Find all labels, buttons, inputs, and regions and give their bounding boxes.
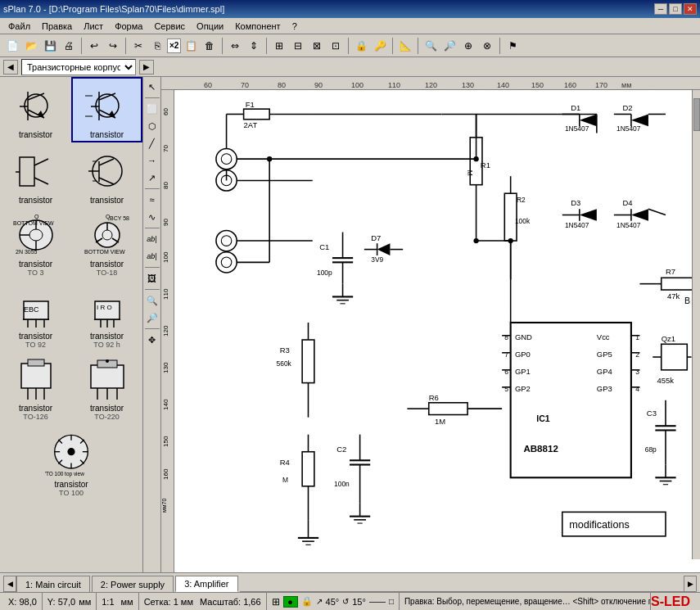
- svg-rect-205: [662, 344, 688, 370]
- align2-button[interactable]: ⊟: [289, 37, 307, 55]
- align3-button[interactable]: ⊠: [308, 37, 326, 55]
- lock2-button[interactable]: 🔑: [371, 37, 389, 55]
- tab-scroll-left[interactable]: ◀: [3, 576, 16, 592]
- vertical-scrollbar[interactable]: [692, 90, 700, 559]
- maximize-button[interactable]: □: [669, 3, 682, 15]
- zoom-in-button[interactable]: 🔍: [422, 37, 440, 55]
- svg-rect-172: [511, 323, 631, 477]
- zoom-out-tool[interactable]: 🔎: [144, 310, 160, 326]
- tab-power-supply[interactable]: 2: Power supply: [92, 576, 174, 592]
- comp-sublabel-to92: TO 92: [25, 341, 46, 349]
- scrollbar-thumb[interactable]: [693, 98, 700, 131]
- svg-text:Qz1: Qz1: [662, 334, 675, 343]
- lock-button[interactable]: 🔒: [352, 37, 370, 55]
- component-category-select[interactable]: Транзисторные корпуса: [21, 59, 136, 75]
- zoom-all-button[interactable]: ⊗: [478, 37, 496, 55]
- undo-button[interactable]: ↩: [85, 37, 103, 55]
- move-tool[interactable]: ✥: [144, 332, 160, 348]
- svg-text:3: 3: [635, 368, 639, 376]
- new-button[interactable]: 📄: [3, 37, 21, 55]
- menu-file[interactable]: Файл: [3, 19, 35, 34]
- select-tool[interactable]: ↖: [144, 79, 160, 95]
- comp-item-to92h[interactable]: I R O transistor TO 92 h: [71, 280, 142, 352]
- line-icon: ——: [369, 597, 386, 606]
- text-tool[interactable]: ab|: [144, 231, 160, 247]
- menu-options[interactable]: Опции: [192, 19, 228, 34]
- image-tool[interactable]: 🖼: [144, 270, 160, 287]
- svg-text:3V9: 3V9: [371, 255, 383, 264]
- copy-button[interactable]: ⎘: [148, 37, 166, 55]
- measure-button[interactable]: 📐: [396, 37, 414, 55]
- menu-help[interactable]: ?: [287, 19, 302, 34]
- print-button[interactable]: 🖨: [60, 37, 78, 55]
- zoom-fit-button[interactable]: ⊕: [459, 37, 477, 55]
- arrow-tool[interactable]: →: [144, 152, 160, 169]
- menu-service[interactable]: Сервис: [149, 19, 190, 34]
- comp-item-to100[interactable]: 'TO 100 top view transistor TO 100: [0, 424, 142, 500]
- menu-form[interactable]: Форма: [110, 19, 147, 34]
- zoom-out-button[interactable]: 🔎: [440, 37, 458, 55]
- toolbar-sep6: [392, 38, 393, 54]
- line-tool[interactable]: ╱: [144, 135, 160, 151]
- align1-button[interactable]: ⊞: [270, 37, 288, 55]
- save-button[interactable]: 💾: [41, 37, 59, 55]
- copy-x2-button[interactable]: ×2: [167, 38, 181, 53]
- rotate-icon: ↺: [342, 597, 349, 606]
- toolbar-sep3: [222, 38, 223, 54]
- svg-text:M: M: [466, 170, 474, 176]
- comp-label-1: transistor: [19, 130, 52, 139]
- close-button[interactable]: ✕: [684, 3, 697, 15]
- svg-text:GND: GND: [515, 332, 532, 341]
- circle-tool[interactable]: ⬡: [144, 118, 160, 134]
- mirror-v-button[interactable]: ⇕: [245, 37, 263, 55]
- menu-edit[interactable]: Правка: [37, 19, 77, 34]
- text2-tool[interactable]: ab|: [144, 248, 160, 264]
- comp-item-transistor-4[interactable]: transistor: [71, 142, 142, 208]
- toolbar-sep7: [418, 38, 418, 54]
- comp-item-transistor-3[interactable]: transistor: [0, 142, 71, 208]
- minimize-button[interactable]: ─: [654, 3, 667, 15]
- zoom-tool[interactable]: 🔍: [144, 292, 160, 309]
- paste-button[interactable]: 📋: [182, 37, 200, 55]
- comp-item-to220[interactable]: transistor TO-220: [71, 352, 142, 424]
- ruler-mark-150: 150: [531, 81, 544, 89]
- menu-component[interactable]: Компонент: [230, 19, 285, 34]
- rect-tool[interactable]: ⬜: [144, 101, 160, 117]
- comp-item-transistor-2[interactable]: transistor: [71, 77, 142, 142]
- svg-text:I R O: I R O: [97, 304, 112, 311]
- comp-item-to126[interactable]: transistor TO-126: [0, 352, 71, 424]
- comp-item-to92[interactable]: EBC transistor TO 92: [0, 280, 71, 352]
- polyline-tool[interactable]: ↗: [144, 169, 160, 186]
- svg-text:1N5407: 1N5407: [565, 124, 589, 133]
- menu-sheet[interactable]: Лист: [79, 19, 108, 34]
- schematic-canvas[interactable]: F1 2AT D1 1N5407 D2 1N5407: [174, 90, 692, 572]
- canvas-area[interactable]: 60 70 80 90 100 110 120 130 140 150 160 …: [161, 77, 700, 572]
- comp-next-button[interactable]: ▶: [139, 60, 154, 75]
- comp-item-to18[interactable]: Q BCY 58 BOTTOM VIEW transistor TO-18: [71, 208, 142, 280]
- to126-icon: [11, 357, 61, 402]
- x-coord: X: 98,0: [8, 597, 37, 607]
- tab-scroll-right[interactable]: ▶: [684, 576, 697, 592]
- delete-button[interactable]: 🗑: [201, 37, 219, 55]
- ruler-mark-100: 100: [351, 81, 364, 89]
- align4-button[interactable]: ⊡: [327, 37, 345, 55]
- tab-amplifier[interactable]: 3: Amplifier: [175, 576, 237, 592]
- svg-rect-51: [21, 364, 51, 388]
- draw-sep4: [145, 267, 160, 268]
- mirror-h-button[interactable]: ⇔: [226, 37, 244, 55]
- comp-item-to3[interactable]: 2N 3055 Q BOTTOM VIEW transistor TO 3: [0, 208, 71, 280]
- comp-item-transistor-1[interactable]: transistor: [0, 77, 71, 142]
- svg-text:GP1: GP1: [515, 367, 531, 376]
- y-coords-section: Y: 57,0 мм: [43, 593, 97, 610]
- tab-main-circuit[interactable]: 1: Main circuit: [16, 576, 90, 592]
- snap-button[interactable]: ●: [283, 596, 298, 608]
- angle2-value: 15°: [352, 597, 366, 607]
- wire-tool[interactable]: ≈: [144, 192, 160, 208]
- comp-prev-button[interactable]: ◀: [3, 60, 18, 75]
- cut-button[interactable]: ✂: [129, 37, 147, 55]
- open-button[interactable]: 📂: [22, 37, 40, 55]
- redo-button[interactable]: ↪: [104, 37, 122, 55]
- flag-button[interactable]: ⚑: [504, 37, 522, 55]
- component-selector-bar: ◀ Транзисторные корпуса ▶: [0, 57, 700, 77]
- bus-tool[interactable]: ∿: [144, 209, 160, 225]
